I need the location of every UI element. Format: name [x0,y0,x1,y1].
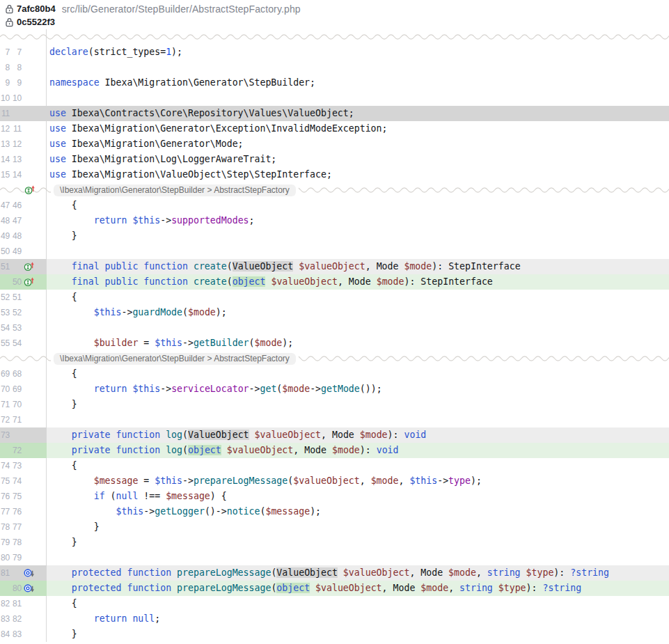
code-line[interactable]: $this->guardMode($mode); [47,305,669,320]
implements-method-icon[interactable] [23,261,35,273]
code-line[interactable]: { [47,596,669,611]
token: , [321,430,332,440]
diff-row[interactable]: 7978 } [0,535,669,550]
code-line[interactable]: use Ibexa\Migration\ValueObject\Step\Ste… [47,167,669,182]
fold-label[interactable]: \Ibexa\Migration\Generator\StepBuilder >… [54,353,296,365]
token: ; [155,613,160,624]
code-line[interactable]: private function log(ValueObject $valueO… [47,427,669,443]
diff-row[interactable]: 5554 $builder = $this->getBuilder($mode)… [0,336,669,351]
token: ()-> [205,506,227,517]
diff-row[interactable]: 88 [0,60,669,75]
code-line[interactable]: use Ibexa\Migration\Generator\Exception\… [47,121,669,136]
diff-row[interactable]: 1413use Ibexa\Migration\Log\LoggerAwareT… [0,152,669,167]
code-line[interactable]: protected function prepareLogMessage(obj… [47,581,669,596]
diff-row[interactable]: 8483 } [0,627,669,642]
token: -> [437,476,448,486]
diff-row[interactable]: 4847 return $this->supportedModes; [0,213,669,228]
code-line[interactable]: $message = $this->prepareLogMessage($val… [47,473,669,489]
code-line[interactable] [47,91,669,106]
diff-row[interactable]: 7877 } [0,519,669,535]
code-line[interactable]: } [47,228,669,244]
code-line[interactable]: { [47,290,669,305]
code-line[interactable]: return $this->serviceLocator->get($mode-… [47,382,669,397]
token: } [49,230,77,241]
diff-row[interactable]: 4948 } [0,228,669,244]
diff-row[interactable]: 1312use Ibexa\Migration\Generator\Mode; [0,136,669,152]
code-line[interactable] [47,412,669,427]
diff-row[interactable]: 11use Ibexa\Contracts\Core\Repository\Va… [0,106,669,121]
diff-row[interactable]: 7776 $this->getLogger()->notice($message… [0,504,669,519]
implements-method-icon[interactable] [23,276,35,288]
diff-row[interactable]: 7675 if (null !== $message) { [0,489,669,504]
token: log [166,430,182,440]
old-line-number: 49 [0,231,10,241]
code-line[interactable] [47,320,669,336]
code-line[interactable]: namespace Ibexa\Migration\Generator\Step… [47,75,669,91]
diff-row[interactable]: 7069 return $this->serviceLocator->get($… [0,382,669,397]
diff-row[interactable]: 81 protected function prepareLogMessage(… [0,565,669,581]
code-line[interactable]: declare(strict_types=1); [47,45,669,60]
code-line[interactable]: } [47,627,669,642]
diff-row[interactable]: 8281 { [0,596,669,611]
code-line[interactable]: } [47,519,669,535]
token: $mode [188,307,216,317]
code-line[interactable]: use Ibexa\Migration\Generator\Mode; [47,136,669,152]
diff-row[interactable]: 99namespace Ibexa\Migration\Generator\St… [0,75,669,91]
overridden-method-icon[interactable] [23,583,35,595]
code-line[interactable]: { [47,458,669,473]
diff-row[interactable]: 7170 } [0,397,669,412]
diff-row[interactable]: 72 private function log(object $valueObj… [0,443,669,458]
code-line[interactable]: use Ibexa\Contracts\Core\Repository\Valu… [47,106,669,121]
token: getLogger [155,506,205,517]
code-line[interactable]: private function log(object $valueObject… [47,443,669,458]
token: create [194,276,227,287]
diff-row[interactable]: 6968 { [0,366,669,382]
diff-row[interactable]: 5049 [0,244,669,259]
fold-label[interactable]: \Ibexa\Migration\Generator\StepBuilder >… [54,184,296,196]
diff-row[interactable]: 73 private function log(ValueObject $val… [0,427,669,443]
token: null [116,491,139,501]
code-line[interactable]: $builder = $this->getBuilder($mode); [47,336,669,351]
code-line[interactable]: return null; [47,611,669,627]
code-line[interactable]: $this->getLogger()->notice($message); [47,504,669,519]
diff-row[interactable]: 1211use Ibexa\Migration\Generator\Except… [0,121,669,136]
diff-row[interactable]: 1010 [0,91,669,106]
overridden-method-icon[interactable] [23,567,35,579]
diff-row[interactable]: 5453 [0,320,669,336]
old-line-number: 14 [0,155,10,164]
diff-row[interactable]: 7574 $message = $this->prepareLogMessage… [0,473,669,489]
diff-row[interactable]: 77declare(strict_types=1); [0,45,669,60]
code-line[interactable]: final public function create(ValueObject… [47,259,669,274]
code-line[interactable]: final public function create(object $val… [47,274,669,290]
token: use [49,154,66,164]
old-line-number: 15 [0,170,10,180]
code-line[interactable]: { [47,366,669,382]
code-line[interactable]: } [47,535,669,550]
token: Ibexa\Migration\Generator\Exception\Inva… [66,123,388,134]
implements-method-icon[interactable] [24,184,36,196]
diff-row[interactable]: 7271 [0,412,669,427]
diff-row[interactable]: 1514use Ibexa\Migration\ValueObject\Step… [0,167,669,182]
diff-row[interactable]: 50 final public function create(object $… [0,274,669,290]
diff-row[interactable]: 51 final public function create(ValueObj… [0,259,669,274]
code-line[interactable]: use Ibexa\Migration\Log\LoggerAwareTrait… [47,152,669,167]
diff-row[interactable]: 8079 [0,550,669,565]
diff-row[interactable]: 5352 $this->guardMode($mode); [0,305,669,320]
code-line[interactable]: return $this->supportedModes; [47,213,669,228]
code-line[interactable]: protected function prepareLogMessage(Val… [47,565,669,581]
code-line[interactable]: { [47,198,669,213]
gutter: 1514 [0,167,47,182]
old-line-number: 13 [0,139,10,149]
diff-row[interactable]: 5251 { [0,290,669,305]
diff-row[interactable]: 80 protected function prepareLogMessage(… [0,581,669,596]
code-line[interactable]: } [47,397,669,412]
token: prepareLogMessage [177,567,271,578]
diff-row[interactable]: 8382 return null; [0,611,669,627]
code-line[interactable] [47,60,669,75]
diff-row[interactable]: 7473 { [0,458,669,473]
code-line[interactable]: if (null !== $message) { [47,489,669,504]
code-line[interactable] [47,244,669,259]
token: , [293,445,304,455]
diff-row[interactable]: 4746 { [0,198,669,213]
code-line[interactable] [47,550,669,565]
